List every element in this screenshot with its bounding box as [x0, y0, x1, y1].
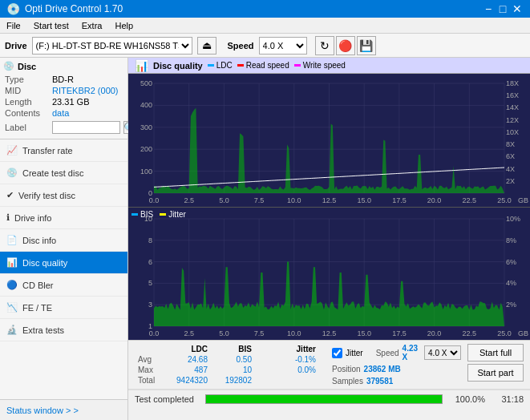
sidebar-item-extra-tests[interactable]: 🔬 Extra tests — [0, 319, 127, 341]
disc-contents-row: Contents data — [3, 108, 124, 118]
position-label: Position — [332, 365, 361, 374]
total-label: Total — [135, 375, 167, 386]
progress-bar-outer — [205, 394, 443, 404]
bottom-panel: LDC BIS Jitter Avg 24.68 0.50 -0.1% Max — [128, 340, 530, 420]
toolbar-btn-2[interactable]: 🔴 — [336, 36, 355, 55]
speed-label: Speed — [228, 41, 254, 50]
speed-select-stat[interactable]: 4.0 X — [424, 345, 461, 360]
legend-read-speed: Read speed — [237, 61, 289, 70]
close-button[interactable]: ✕ — [511, 2, 524, 15]
sidebar-item-cd-bler[interactable]: 🔵 CD Bler — [0, 274, 127, 297]
sidebar-item-create-test-disc[interactable]: 💿 Create test disc — [0, 162, 127, 184]
toolbar-icons: ↻ 🔴 💾 — [315, 36, 376, 55]
main-layout: 💿 Disc Type BD-R MID RITEKBR2 (000) Leng… — [0, 58, 530, 420]
sidebar-item-transfer-rate[interactable]: 📈 Transfer rate — [0, 139, 127, 162]
menu-help[interactable]: Help — [108, 19, 140, 32]
sidebar-item-disc-quality[interactable]: 📊 Disc quality — [0, 252, 127, 274]
stats-table: LDC BIS Jitter Avg 24.68 0.50 -0.1% Max — [135, 344, 319, 386]
disc-quality-label: Disc quality — [22, 258, 67, 268]
jitter-row: Jitter Speed 4.23 X 4.0 X — [332, 344, 461, 361]
legend-write-speed-label: Write speed — [303, 61, 346, 70]
action-buttons: Start full Start part — [467, 344, 524, 382]
app-icon: 💿 — [6, 2, 20, 15]
right-stats: Jitter Speed 4.23 X 4.0 X Position 23862… — [332, 344, 461, 386]
drive-label: Drive — [5, 41, 27, 50]
transfer-rate-icon: 📈 — [6, 145, 18, 155]
charts-area: BIS Jitter — [128, 74, 530, 340]
drive-info-label: Drive info — [14, 213, 51, 223]
fe-te-icon: 📉 — [6, 302, 18, 313]
position-row: Position 23862 MB — [332, 365, 461, 374]
disc-label-key: Label — [5, 123, 49, 132]
cd-bler-icon: 🔵 — [6, 280, 18, 290]
avg-jitter: -0.1% — [271, 354, 319, 365]
top-chart-canvas — [128, 74, 530, 208]
extra-tests-label: Extra tests — [22, 325, 64, 335]
legend-jitter: Jitter — [160, 210, 186, 219]
title-bar: 💿 Opti Drive Control 1.70 − □ ✕ — [0, 0, 530, 18]
samples-row: Samples 379581 — [332, 377, 461, 386]
jitter-header: Jitter — [271, 344, 319, 354]
chart-header: 📊 Disc quality LDC Read speed Write spee… — [128, 58, 530, 74]
title-bar-left: 💿 Opti Drive Control 1.70 — [6, 2, 123, 15]
disc-contents-val: data — [52, 108, 69, 118]
maximize-button[interactable]: □ — [496, 2, 509, 15]
disc-panel: 💿 Disc Type BD-R MID RITEKBR2 (000) Leng… — [0, 58, 127, 139]
disc-info-icon: 📄 — [6, 235, 18, 245]
start-full-button[interactable]: Start full — [467, 344, 524, 361]
menu-start-test[interactable]: Start test — [27, 19, 75, 32]
legend-ldc-label: LDC — [216, 61, 233, 70]
max-ldc: 487 — [167, 365, 211, 375]
bis-header: BIS — [211, 344, 255, 354]
content-area: 📊 Disc quality LDC Read speed Write spee… — [128, 58, 530, 420]
max-bis: 10 — [211, 365, 255, 375]
eject-button[interactable]: ⏏ — [197, 37, 216, 55]
disc-header: 💿 Disc — [3, 61, 124, 71]
disc-length-row: Length 23.31 GB — [3, 97, 124, 107]
minimize-button[interactable]: − — [482, 2, 495, 15]
toolbar-btn-3[interactable]: 💾 — [357, 36, 376, 55]
progress-row: Test completed 100.0% 31:18 — [128, 390, 530, 407]
legend-read-speed-label: Read speed — [246, 61, 289, 70]
bottom-chart-canvas — [128, 208, 530, 341]
legend-ldc: LDC — [208, 61, 233, 70]
disc-info-label: Disc info — [22, 236, 56, 245]
menu-extra[interactable]: Extra — [75, 19, 109, 32]
speed-select[interactable]: 4.0 X — [259, 37, 307, 55]
transfer-rate-label: Transfer rate — [22, 146, 73, 155]
disc-label-row: Label 🔍 — [3, 119, 124, 135]
max-jitter: 0.0% — [271, 365, 319, 375]
bottom-chart: BIS Jitter — [128, 208, 530, 341]
sidebar-item-fe-te[interactable]: 📉 FE / TE — [0, 297, 127, 319]
samples-label: Samples — [332, 377, 363, 386]
sidebar-item-verify-test-disc[interactable]: ✔ Verify test disc — [0, 184, 127, 207]
drive-toolbar: Drive (F:) HL-DT-ST BD-RE WH16NS58 TST4 … — [0, 34, 530, 58]
jitter-checkbox[interactable] — [332, 348, 342, 358]
cd-bler-label: CD Bler — [22, 281, 54, 290]
disc-label-input[interactable] — [52, 121, 120, 134]
disc-mid-key: MID — [5, 86, 49, 95]
menu-file[interactable]: File — [0, 19, 27, 32]
disc-contents-key: Contents — [5, 108, 49, 118]
disc-type-row: Type BD-R — [3, 75, 124, 84]
disc-length-val: 23.31 GB — [52, 97, 89, 107]
avg-ldc: 24.68 — [167, 354, 211, 365]
progress-percent: 100.0% — [449, 394, 485, 404]
menu-bar: File Start test Extra Help — [0, 18, 530, 34]
start-part-button[interactable]: Start part — [467, 364, 524, 382]
legend-bis: BIS — [131, 210, 153, 219]
sidebar-item-disc-info[interactable]: 📄 Disc info — [0, 229, 127, 252]
sidebar-item-drive-info[interactable]: ℹ Drive info — [0, 207, 127, 229]
samples-val: 379581 — [366, 377, 393, 386]
chart-title: Disc quality — [153, 61, 203, 71]
title-bar-controls: − □ ✕ — [482, 2, 524, 15]
legend-write-speed: Write speed — [294, 61, 346, 70]
disc-length-key: Length — [5, 97, 49, 107]
toolbar-btn-1[interactable]: ↻ — [315, 36, 334, 55]
drive-select[interactable]: (F:) HL-DT-ST BD-RE WH16NS58 TST4 — [32, 37, 192, 55]
create-test-disc-label: Create test disc — [22, 168, 83, 178]
disc-type-key: Type — [5, 75, 49, 84]
extra-tests-icon: 🔬 — [6, 325, 18, 335]
status-window-button[interactable]: Status window > > — [0, 399, 127, 420]
verify-test-disc-label: Verify test disc — [18, 191, 75, 200]
